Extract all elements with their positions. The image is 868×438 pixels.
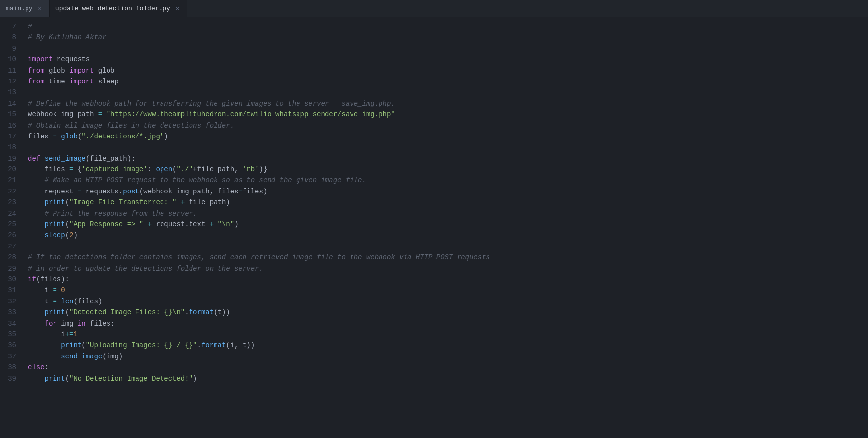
code-line: # If the detections folder contains imag… <box>28 252 868 263</box>
line-number: 18 <box>0 142 16 153</box>
code-line: print("Image File Transferred: " + file_… <box>28 197 868 208</box>
line-number: 39 <box>0 373 16 384</box>
code-line: import requests <box>28 54 868 65</box>
line-number: 28 <box>0 252 16 263</box>
code-line: # Print the response from the server. <box>28 208 868 219</box>
tab-main-close[interactable]: ✕ <box>37 4 43 13</box>
line-number: 33 <box>0 307 16 318</box>
code-line: # Define the webhook path for transferri… <box>28 98 868 109</box>
code-line: files = glob("./detections/*.jpg") <box>28 131 868 142</box>
code-line: webhook_img_path = "https://www.theampli… <box>28 109 868 120</box>
line-number: 25 <box>0 219 16 230</box>
line-number: 20 <box>0 164 16 175</box>
code-line: t = len(files) <box>28 296 868 307</box>
code-line: def send_image(file_path): <box>28 153 868 164</box>
code-line <box>28 43 868 54</box>
code-line: print("Uploading Images: {} / {}".format… <box>28 340 868 351</box>
editor-area: 7891011121314151617181920212223242526272… <box>0 17 868 438</box>
line-number: 7 <box>0 21 16 32</box>
line-number: 35 <box>0 329 16 340</box>
tab-main[interactable]: main.py ✕ <box>0 0 50 17</box>
code-line: sleep(2) <box>28 230 868 241</box>
line-number: 38 <box>0 362 16 373</box>
code-line <box>28 241 868 252</box>
line-number: 37 <box>0 351 16 362</box>
line-number: 19 <box>0 153 16 164</box>
line-number: 24 <box>0 208 16 219</box>
code-line <box>28 142 868 153</box>
line-number: 36 <box>0 340 16 351</box>
tab-update[interactable]: update_web_detection_folder.py ✕ <box>50 0 187 17</box>
line-number: 15 <box>0 109 16 120</box>
line-number: 14 <box>0 98 16 109</box>
line-number: 31 <box>0 285 16 296</box>
line-number: 9 <box>0 43 16 54</box>
code-content[interactable]: ## By Kutluhan Aktarimport requestsfrom … <box>22 17 868 438</box>
line-number: 23 <box>0 197 16 208</box>
line-number: 16 <box>0 120 16 131</box>
line-number: 17 <box>0 131 16 142</box>
code-line: else: <box>28 362 868 373</box>
line-number: 8 <box>0 32 16 43</box>
line-number: 12 <box>0 76 16 87</box>
line-number: 11 <box>0 65 16 76</box>
code-line: from time import sleep <box>28 76 868 87</box>
code-line: i = 0 <box>28 285 868 296</box>
code-line: send_image(img) <box>28 351 868 362</box>
code-line: request = requests.post(webhook_img_path… <box>28 186 868 197</box>
code-line <box>28 87 868 98</box>
code-line: # Obtain all image files in the detectio… <box>28 120 868 131</box>
code-line: if(files): <box>28 274 868 285</box>
line-number: 30 <box>0 274 16 285</box>
line-number: 22 <box>0 186 16 197</box>
code-line: # in order to update the detections fold… <box>28 263 868 274</box>
line-number: 32 <box>0 296 16 307</box>
code-line: print("No Detection Image Detected!") <box>28 373 868 384</box>
tab-update-label: update_web_detection_folder.py <box>55 5 170 12</box>
line-numbers: 7891011121314151617181920212223242526272… <box>0 17 22 438</box>
tab-main-label: main.py <box>6 5 33 12</box>
line-number: 10 <box>0 54 16 65</box>
code-line: # By Kutluhan Aktar <box>28 32 868 43</box>
code-line: files = {'captured_image': open("./"+fil… <box>28 164 868 175</box>
line-number: 29 <box>0 263 16 274</box>
code-line: from glob import glob <box>28 65 868 76</box>
code-line: print("Detected Image Files: {}\n".forma… <box>28 307 868 318</box>
line-number: 13 <box>0 87 16 98</box>
tab-bar: main.py ✕ update_web_detection_folder.py… <box>0 0 868 17</box>
code-line: # Make an HTTP POST request to the webho… <box>28 175 868 186</box>
code-line: print("App Response => " + request.text … <box>28 219 868 230</box>
line-number: 34 <box>0 318 16 329</box>
code-line: i+=1 <box>28 329 868 340</box>
line-number: 26 <box>0 230 16 241</box>
line-number: 27 <box>0 241 16 252</box>
line-number: 21 <box>0 175 16 186</box>
tab-update-close[interactable]: ✕ <box>174 4 181 13</box>
code-line: for img in files: <box>28 318 868 329</box>
code-line: # <box>28 21 868 32</box>
